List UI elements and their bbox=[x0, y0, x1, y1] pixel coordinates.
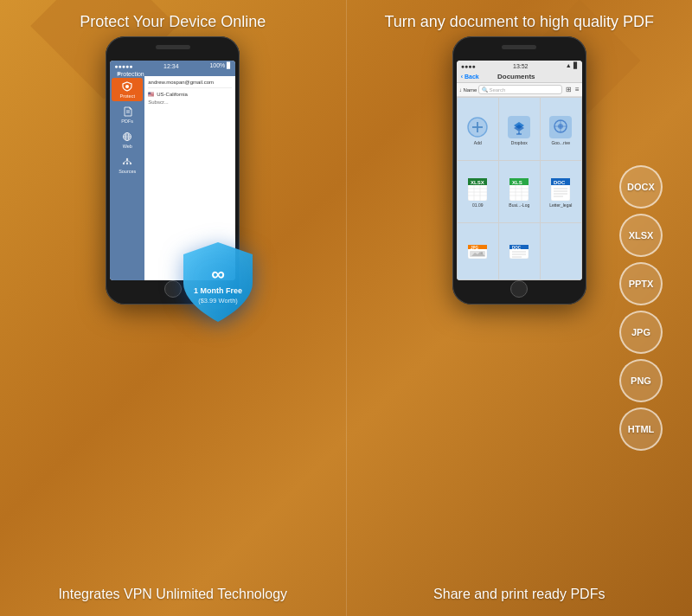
docs-nav-title: Documents bbox=[497, 73, 535, 80]
sources-icon bbox=[121, 156, 133, 168]
docs-nav-bar: ‹ Back Documents bbox=[457, 71, 582, 83]
docs-status-dots: ●●●● bbox=[461, 63, 476, 69]
svg-point-11 bbox=[126, 163, 128, 164]
docs-grid: Add bbox=[457, 97, 582, 280]
drive-icon bbox=[548, 115, 573, 139]
pdf-icon bbox=[121, 106, 133, 118]
sidebar-pdfs-label: PDFs bbox=[121, 119, 133, 124]
svg-point-0 bbox=[125, 85, 129, 88]
iphone-speaker-right bbox=[502, 45, 536, 49]
jpg-icon: JPG bbox=[465, 240, 490, 264]
format-badge-html: HTML bbox=[619, 407, 663, 451]
status-dots: ●●●●● bbox=[114, 63, 132, 69]
sort-button[interactable]: ↓ Name bbox=[459, 87, 477, 93]
doc-icon: DOC bbox=[548, 177, 573, 202]
list-view-icon[interactable]: ≡ bbox=[575, 86, 580, 93]
vpn-status-bar: ●●●●● 12:34 100% ▊ bbox=[110, 61, 235, 71]
docs-toolbar: ↓ Name 🔍 Search ⊞ ≡ bbox=[457, 83, 582, 97]
format-badge-xlsx: XLSX bbox=[619, 214, 663, 257]
svg-text:($3.99 Worth): ($3.99 Worth) bbox=[198, 297, 238, 305]
iphone-home-button-right[interactable] bbox=[510, 280, 528, 298]
xls-icon: XLS bbox=[507, 177, 531, 202]
main-columns: Protect Your Device Online ●●●●● 1 bbox=[0, 0, 692, 616]
web-icon bbox=[121, 131, 133, 143]
flag-icon: 🇺🇸 bbox=[148, 91, 154, 97]
format-badge-pptx: PPTX bbox=[619, 262, 663, 305]
user-email: andrew.mospan@gmail.com bbox=[148, 80, 232, 88]
sidebar-protect-label: Protect bbox=[120, 93, 135, 99]
left-iphone: ●●●●● 12:34 100% ▊ ≡ Protection bbox=[106, 36, 240, 305]
dropbox-label: Dropbox bbox=[511, 140, 528, 145]
search-bar[interactable]: 🔍 Search bbox=[478, 85, 562, 94]
right-iphone: ●●●● 13:52 ▲ ▊ ‹ Back Documents bbox=[452, 36, 586, 305]
svg-text:∞: ∞ bbox=[211, 263, 225, 285]
sidebar-item-web[interactable]: Web bbox=[112, 128, 143, 151]
format-badge-docx: DOCX bbox=[619, 165, 663, 209]
right-phone-wrapper: ●●●● 13:52 ▲ ▊ ‹ Back Documents bbox=[452, 41, 586, 305]
left-column: Protect Your Device Online ●●●●● 1 bbox=[0, 0, 347, 616]
back-button[interactable]: ‹ Back bbox=[461, 74, 479, 80]
search-icon: 🔍 bbox=[482, 87, 488, 93]
right-headline: Turn any document to high quality PDF bbox=[368, 0, 672, 41]
right-phone-area: ●●●● 13:52 ▲ ▊ ‹ Back Documents bbox=[452, 41, 586, 577]
svg-text:JPG: JPG bbox=[471, 246, 479, 250]
vpn-subscribe: Subscr... bbox=[148, 99, 232, 105]
xls-file-label: Busi...-Log bbox=[509, 202, 529, 208]
jpg-cell[interactable]: JPG bbox=[458, 223, 498, 279]
docs-status-bar: ●●●● 13:52 ▲ ▊ bbox=[457, 61, 582, 71]
grid-view-icon[interactable]: ⊞ bbox=[566, 86, 572, 93]
doc2-icon: DOC bbox=[507, 240, 531, 264]
right-bottom-text: Share and print ready PDFs bbox=[416, 577, 622, 616]
background: Protect Your Device Online ●●●●● 1 bbox=[0, 0, 692, 616]
doc2-cell[interactable]: DOC bbox=[499, 223, 540, 279]
shield-overlay: ∞ 1 Month Free ($3.99 Worth) bbox=[170, 235, 253, 318]
svg-text:DOC: DOC bbox=[512, 246, 522, 250]
location-label: US-California bbox=[157, 92, 188, 97]
left-phone-wrapper: ●●●●● 12:34 100% ▊ ≡ Protection bbox=[106, 41, 240, 305]
xls-cell[interactable]: XLS bbox=[499, 161, 540, 222]
right-column: Turn any document to high quality PDF ●●… bbox=[347, 0, 693, 616]
left-bottom-text: Integrates VPN Unlimited Technology bbox=[41, 577, 304, 616]
dropbox-icon bbox=[507, 115, 531, 139]
docs-app-screen: ●●●● 13:52 ▲ ▊ ‹ Back Documents bbox=[457, 61, 582, 280]
format-badges-container: DOCX XLSX PPTX JPG PNG HTML bbox=[619, 165, 663, 451]
format-badge-jpg: JPG bbox=[619, 311, 663, 354]
svg-point-8 bbox=[126, 158, 128, 160]
doc-file-label: Letter_legal bbox=[549, 202, 572, 208]
sidebar-item-sources[interactable]: Sources bbox=[112, 153, 143, 176]
iphone-speaker bbox=[156, 45, 190, 49]
sidebar-item-protect[interactable]: Protect bbox=[112, 78, 143, 101]
svg-line-12 bbox=[124, 161, 127, 164]
svg-text:XLS: XLS bbox=[512, 180, 522, 185]
sidebar-sources-label: Sources bbox=[119, 169, 136, 174]
svg-point-9 bbox=[123, 163, 125, 164]
vpn-nav-title: Protection bbox=[117, 71, 144, 77]
status-time: 12:34 bbox=[163, 63, 179, 69]
add-file-cell[interactable]: Add bbox=[458, 98, 498, 159]
protect-icon bbox=[121, 80, 133, 93]
svg-point-59 bbox=[481, 253, 483, 254]
dropbox-cell[interactable]: Dropbox bbox=[499, 98, 540, 159]
sidebar-web-label: Web bbox=[123, 144, 132, 149]
left-headline: Protect Your Device Online bbox=[62, 0, 283, 41]
add-label: Add bbox=[474, 140, 482, 145]
sidebar-item-pdfs[interactable]: PDFs bbox=[112, 103, 143, 126]
vpn-sidebar: Protect bbox=[110, 76, 144, 280]
status-battery: 100% ▊ bbox=[209, 62, 231, 69]
search-placeholder: Search bbox=[489, 87, 505, 93]
right-screen: ●●●● 13:52 ▲ ▊ ‹ Back Documents bbox=[457, 61, 582, 280]
empty-cell bbox=[541, 223, 581, 279]
svg-point-10 bbox=[130, 163, 131, 164]
svg-text:XLSX: XLSX bbox=[471, 180, 484, 185]
xlsx-icon: XLSX bbox=[465, 177, 490, 202]
add-icon bbox=[465, 115, 490, 139]
docs-status-time: 13:52 bbox=[513, 63, 529, 69]
svg-line-13 bbox=[127, 161, 131, 164]
drive-cell[interactable]: Goo...rive bbox=[541, 98, 581, 159]
vpn-location: 🇺🇸 US-California bbox=[148, 91, 232, 97]
left-phone-area: ●●●●● 12:34 100% ▊ ≡ Protection bbox=[106, 41, 240, 577]
xlsx-file-label: 01.09 bbox=[472, 202, 484, 208]
doc-cell[interactable]: DOC Letter_legal bbox=[541, 161, 581, 222]
xlsx-cell[interactable]: XLSX bbox=[458, 161, 498, 222]
docs-status-right: ▲ ▊ bbox=[566, 62, 578, 69]
